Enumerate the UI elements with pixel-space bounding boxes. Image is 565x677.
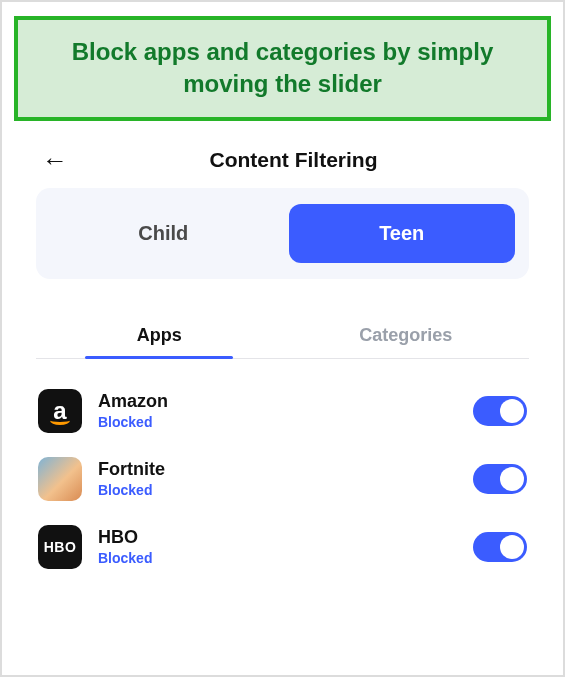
tabs: Apps Categories [36,315,529,359]
app-text: Amazon Blocked [98,391,457,430]
app-name: Amazon [98,391,457,412]
callout-box: Block apps and categories by simply movi… [14,16,551,121]
toggle-switch[interactable] [473,532,527,562]
app-text: HBO Blocked [98,527,457,566]
fortnite-icon [38,457,82,501]
app-status: Blocked [98,482,457,498]
app-status: Blocked [98,414,457,430]
tab-apps[interactable]: Apps [36,315,283,358]
toggle-switch[interactable] [473,464,527,494]
list-item: Fortnite Blocked [36,445,529,513]
list-item: HBO HBO Blocked [36,513,529,581]
toggle-switch[interactable] [473,396,527,426]
tab-categories[interactable]: Categories [283,315,530,358]
app-status: Blocked [98,550,457,566]
segment-control: Child Teen [36,188,529,279]
hbo-icon: HBO [38,525,82,569]
list-item: a Amazon Blocked [36,377,529,445]
screen: ← Content Filtering Child Teen Apps Cate… [14,139,551,581]
segment-child[interactable]: Child [50,204,277,263]
screenshot-frame: Block apps and categories by simply movi… [0,0,565,677]
app-name: Fortnite [98,459,457,480]
callout-text: Block apps and categories by simply movi… [38,36,527,101]
app-text: Fortnite Blocked [98,459,457,498]
header: ← Content Filtering [36,139,529,188]
segment-teen[interactable]: Teen [289,204,516,263]
amazon-icon: a [38,389,82,433]
apps-list: a Amazon Blocked Fortnite Blocked HBO HB [36,377,529,581]
page-title: Content Filtering [58,148,529,172]
app-name: HBO [98,527,457,548]
